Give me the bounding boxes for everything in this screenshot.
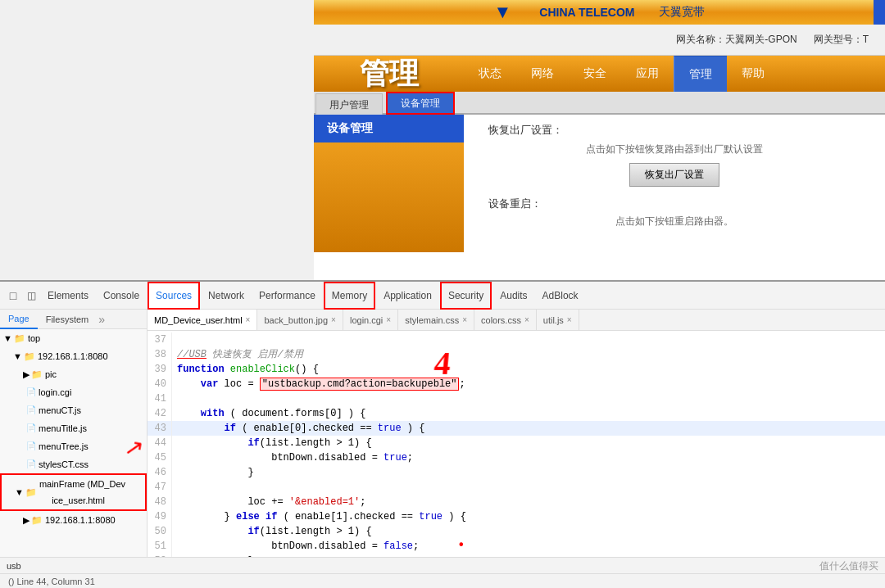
gateway-type: 网关型号：T xyxy=(814,33,869,47)
code-tab-colors[interactable]: colors.css × xyxy=(474,310,537,330)
code-tabs-bar: MD_Device_user.html × back_button.jpg × … xyxy=(148,310,885,331)
code-line-47: 47 xyxy=(148,480,885,495)
line-content-44: if(list.length > 1) { xyxy=(177,436,372,450)
code-line-40: 40 var loc = "ustbackup.cmd?action=backu… xyxy=(148,377,885,391)
router-top-bar: 网关名称：天翼网关-GPON 网关型号：T xyxy=(314,25,885,56)
line-num-38: 38 xyxy=(148,347,172,362)
line-num-37: 37 xyxy=(148,332,172,347)
telecom-sub: 天翼宽带 xyxy=(659,5,705,20)
code-line-50: 50 if(list.length > 1) { xyxy=(148,524,885,539)
submenu-device-mgmt[interactable]: 设备管理 xyxy=(386,92,455,115)
nav-apps[interactable]: 应用 xyxy=(621,56,674,92)
tree-mainframe[interactable]: ▼ 📁 mainFrame (MD_Dev ice_user.html xyxy=(0,473,147,511)
code-line-45: 45 btnDown.disabled = true; xyxy=(148,450,885,465)
tab-console[interactable]: Console xyxy=(97,282,146,310)
devtools-body: Page Filesystem » ▼ 📁 top ▼ 📁 192.168.1.… xyxy=(0,310,885,557)
sources-page-tab[interactable]: Page xyxy=(0,310,38,329)
tab-adblock[interactable]: AdBlock xyxy=(536,282,585,310)
line-num-46: 46 xyxy=(148,465,172,480)
factory-reset-button[interactable]: 恢复出厂设置 xyxy=(629,163,719,187)
gateway-info: 网关名称：天翼网关-GPON xyxy=(676,33,796,47)
watermark: 值什么值得买 xyxy=(819,559,878,573)
router-brand-label: 管理 xyxy=(314,56,464,92)
line-content-48: loc += '&enabled=1'; xyxy=(177,495,365,509)
line-content-43: if ( enable[0].checked == true ) { xyxy=(177,421,424,436)
code-line-41: 41 xyxy=(148,391,885,406)
router-submenu: 用户管理 设备管理 xyxy=(314,92,885,115)
nav-status[interactable]: 状态 xyxy=(464,56,516,92)
line-num-44: 44 xyxy=(148,436,172,450)
nav-security[interactable]: 安全 xyxy=(569,56,621,92)
status-text: () Line 44, Column 31 xyxy=(8,577,95,586)
line-content-46: } xyxy=(177,465,254,480)
tab-elements[interactable]: Elements xyxy=(41,282,95,310)
code-line-46: 46 } xyxy=(148,465,885,480)
submenu-user-mgmt[interactable]: 用户管理 xyxy=(315,93,383,116)
code-line-51: 51 btnDown.disabled = false; • xyxy=(148,539,885,554)
line-content-49: } else if ( enable[1].checked == true ) … xyxy=(177,509,466,524)
code-line-37: 37 xyxy=(148,332,885,347)
tab-memory[interactable]: Memory xyxy=(324,282,375,310)
router-main-content: 恢复出厂设置： 点击如下按钮恢复路由器到出厂默认设置 恢复出厂设置 设备重启： … xyxy=(464,115,885,252)
tab-security[interactable]: Security xyxy=(440,282,492,310)
tab-performance[interactable]: Performance xyxy=(252,282,322,310)
tab-audits[interactable]: Audits xyxy=(493,282,533,310)
sidebar-device-mgmt[interactable]: 设备管理 xyxy=(314,115,464,142)
code-tab-stylemain[interactable]: stylemain.css × xyxy=(398,310,474,330)
section2-desc: 点击如下按钮重启路由器。 xyxy=(488,215,860,228)
tree-pic[interactable]: ▶ 📁 pic xyxy=(0,365,147,383)
tab-application[interactable]: Application xyxy=(377,282,438,310)
code-line-38: 38 //USB 快速恢复 启用/禁用 xyxy=(148,347,885,362)
code-line-43: 43 if ( enable[0].checked == true ) { xyxy=(148,421,885,436)
line-num-41: 41 xyxy=(148,391,172,406)
tree-stylesct-css[interactable]: 📄 stylesCT.css xyxy=(0,455,147,473)
code-line-39: 39 function enableClick() { xyxy=(148,362,885,377)
code-line-44: 44 if(list.length > 1) { xyxy=(148,436,885,450)
line-num-43: 43 xyxy=(148,421,172,436)
tree-menuct-js[interactable]: 📄 menuCT.js xyxy=(0,401,147,419)
nav-help[interactable]: 帮助 xyxy=(727,56,779,92)
code-tab-md-device[interactable]: MD_Device_user.html × xyxy=(148,310,257,330)
code-tab-back-btn[interactable]: back_button.jpg × xyxy=(257,310,343,330)
tree-192-root[interactable]: ▼ 📁 192.168.1.1:8080 xyxy=(0,347,147,365)
code-line-42: 42 with ( document.forms[0] ) { xyxy=(148,406,885,421)
tree-mainframe-192[interactable]: ▶ 📁 192.168.1.1:8080 xyxy=(0,511,147,529)
nav-manage[interactable]: 管理 xyxy=(674,56,727,92)
nav-network[interactable]: 网络 xyxy=(516,56,569,92)
code-tab-login[interactable]: login.cgi × xyxy=(343,310,398,330)
line-num-51: 51 xyxy=(148,539,172,554)
section1-title: 恢复出厂设置： xyxy=(488,123,860,138)
line-num-49: 49 xyxy=(148,509,172,524)
line-content-50: if(list.length > 1) { xyxy=(177,524,372,539)
tab-sources[interactable]: Sources xyxy=(148,282,200,310)
line-num-42: 42 xyxy=(148,406,172,421)
router-nav: 管理 状态 网络 安全 应用 管理 帮助 xyxy=(314,56,885,92)
line-num-39: 39 xyxy=(148,362,172,377)
line-content-38: //USB 快速恢复 启用/禁用 xyxy=(177,347,303,362)
sources-filesystem-tab[interactable]: Filesystem xyxy=(38,310,98,329)
code-tab-util[interactable]: util.js × xyxy=(537,310,579,330)
sources-panel: Page Filesystem » ▼ 📁 top ▼ 📁 192.168.1.… xyxy=(0,310,148,557)
line-content-42: with ( document.forms[0] ) { xyxy=(177,406,365,421)
code-editor-area: MD_Device_user.html × back_button.jpg × … xyxy=(148,310,885,557)
line-content-45: btnDown.disabled = true; xyxy=(177,450,413,465)
tree-top[interactable]: ▼ 📁 top xyxy=(0,329,147,347)
line-num-47: 47 xyxy=(148,480,172,495)
router-sidebar: 设备管理 xyxy=(314,115,464,252)
tab-network[interactable]: Network xyxy=(202,282,251,310)
line-num-40: 40 xyxy=(148,377,172,391)
telecom-brand: CHINA TELECOM xyxy=(539,6,634,19)
line-content-39: function enableClick() { xyxy=(177,362,319,377)
code-line-49: 49 } else if ( enable[1].checked == true… xyxy=(148,509,885,524)
devtools-status-bar: () Line 44, Column 31 xyxy=(0,573,885,588)
tree-menutree-js[interactable]: 📄 menuTree.js xyxy=(0,437,147,455)
tree-login-cgi[interactable]: 📄 login.cgi xyxy=(0,383,147,401)
section1-desc: 点击如下按钮恢复路由器到出厂默认设置 xyxy=(488,142,860,156)
line-content-51: btnDown.disabled = false; xyxy=(177,539,419,554)
devtools-device-icon[interactable]: ◫ xyxy=(23,287,39,304)
code-line-48: 48 loc += '&enabled=1'; xyxy=(148,495,885,509)
usb-bar: usb xyxy=(0,557,885,573)
tree-menutitle-js[interactable]: 📄 menuTitle.js xyxy=(0,419,147,437)
devtools-inspect-icon[interactable]: □ xyxy=(5,287,21,304)
line-num-50: 50 xyxy=(148,524,172,539)
